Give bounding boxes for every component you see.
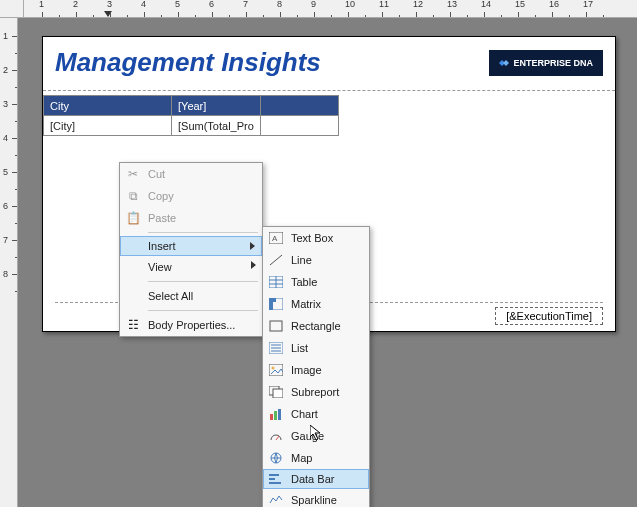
line-icon	[267, 251, 285, 269]
column-header[interactable]: City	[44, 96, 172, 116]
menu-body-properties[interactable]: ☷ Body Properties...	[120, 314, 262, 336]
svg-marker-1	[503, 60, 509, 66]
svg-point-18	[272, 367, 275, 370]
svg-rect-23	[278, 409, 281, 420]
copy-icon: ⧉	[124, 187, 142, 205]
submenu-data-bar[interactable]: Data Bar	[263, 469, 369, 489]
brand-badge[interactable]: ENTERPRISE DNA	[489, 50, 603, 76]
menu-insert[interactable]: Insert	[120, 236, 262, 256]
blank-icon	[124, 258, 142, 276]
gauge-icon	[267, 427, 285, 445]
submenu-line[interactable]: Line	[263, 249, 369, 271]
svg-rect-28	[269, 478, 275, 480]
menu-separator	[148, 310, 258, 311]
menu-paste[interactable]: 📋 Paste	[120, 207, 262, 229]
submenu-text-box[interactable]: A Text Box	[263, 227, 369, 249]
cell[interactable]: [City]	[44, 116, 172, 136]
menu-separator	[148, 281, 258, 282]
submenu-subreport[interactable]: Subreport	[263, 381, 369, 403]
submenu-table[interactable]: Table	[263, 271, 369, 293]
menu-cut[interactable]: ✂ Cut	[120, 163, 262, 185]
databar-icon	[267, 470, 285, 488]
cut-icon: ✂	[124, 165, 142, 183]
blank-icon	[124, 287, 142, 305]
rectangle-icon	[267, 317, 285, 335]
chart-icon	[267, 405, 285, 423]
ruler-corner	[0, 0, 24, 18]
svg-text:A: A	[272, 234, 278, 243]
properties-icon: ☷	[124, 316, 142, 334]
execution-time-placeholder[interactable]: [&ExecutionTime]	[495, 307, 603, 325]
svg-rect-12	[270, 321, 282, 331]
horizontal-ruler: 1234567891011121314151617	[24, 0, 637, 18]
brand-icon	[499, 58, 509, 68]
svg-rect-29	[269, 482, 281, 484]
textbox-icon: A	[267, 229, 285, 247]
column-header[interactable]	[260, 96, 338, 116]
submenu-list[interactable]: List	[263, 337, 369, 359]
list-icon	[267, 339, 285, 357]
submenu-image[interactable]: Image	[263, 359, 369, 381]
paste-icon: 📋	[124, 209, 142, 227]
vertical-ruler: 12345678	[0, 18, 18, 507]
svg-rect-22	[274, 411, 277, 420]
chevron-right-icon	[250, 242, 255, 250]
brand-text: ENTERPRISE DNA	[513, 58, 593, 68]
tablix[interactable]: City [Year] [City] [Sum(Total_Pro	[43, 95, 339, 136]
menu-separator	[148, 232, 258, 233]
chevron-right-icon	[251, 261, 256, 269]
svg-rect-21	[270, 414, 273, 420]
svg-line-4	[270, 255, 282, 265]
sparkline-icon	[267, 491, 285, 507]
table-icon	[267, 273, 285, 291]
context-menu: ✂ Cut ⧉ Copy 📋 Paste Insert View Select …	[119, 162, 263, 337]
svg-rect-20	[273, 389, 283, 398]
cell[interactable]	[260, 116, 338, 136]
submenu-chart[interactable]: Chart	[263, 403, 369, 425]
svg-rect-27	[269, 474, 279, 476]
insert-submenu: A Text Box Line Table Matrix Rectangle L…	[262, 226, 370, 507]
svg-rect-11	[269, 298, 273, 310]
page-title[interactable]: Management Insights	[55, 47, 321, 78]
submenu-sparkline[interactable]: Sparkline	[263, 489, 369, 507]
matrix-icon	[267, 295, 285, 313]
submenu-matrix[interactable]: Matrix	[263, 293, 369, 315]
submenu-rectangle[interactable]: Rectangle	[263, 315, 369, 337]
cell[interactable]: [Sum(Total_Pro	[172, 116, 261, 136]
submenu-gauge[interactable]: Gauge	[263, 425, 369, 447]
menu-view[interactable]: View	[120, 256, 262, 278]
menu-select-all[interactable]: Select All	[120, 285, 262, 307]
image-icon	[267, 361, 285, 379]
report-header: Management Insights ENTERPRISE DNA	[43, 37, 615, 91]
subreport-icon	[267, 383, 285, 401]
svg-rect-17	[269, 364, 283, 376]
svg-line-24	[276, 436, 279, 440]
blank-icon	[124, 237, 142, 255]
submenu-map[interactable]: Map	[263, 447, 369, 469]
column-header[interactable]: [Year]	[172, 96, 261, 116]
map-icon	[267, 449, 285, 467]
menu-copy[interactable]: ⧉ Copy	[120, 185, 262, 207]
